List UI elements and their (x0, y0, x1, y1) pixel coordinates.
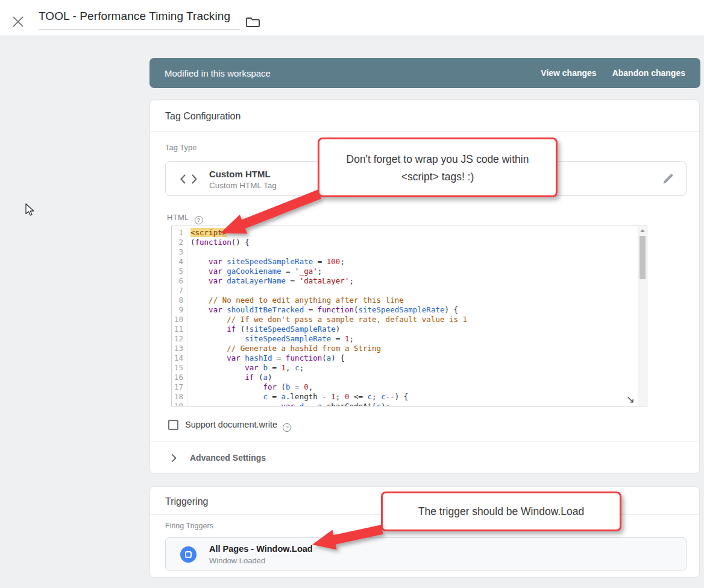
code-line: 14 var hashId = function(a) { (172, 353, 638, 363)
code-line: 3 (172, 247, 638, 257)
code-editor[interactable]: 1<script>2(function() {34 var siteSpeedS… (171, 226, 647, 406)
gtm-tag-editor-page: TOOL - Performance Timing Tracking Modif… (0, 0, 704, 588)
close-icon[interactable] (11, 15, 25, 28)
annotation-line: <script> tags! :) (319, 168, 556, 186)
abandon-changes-button[interactable]: Abandon changes (612, 68, 685, 78)
support-document-write-checkbox[interactable] (168, 420, 178, 430)
help-icon[interactable] (195, 216, 203, 224)
trigger-row[interactable]: All Pages - Window.Load Window Loaded (165, 537, 687, 571)
code-lines: 1<script>2(function() {34 var siteSpeedS… (172, 228, 638, 406)
chevron-right-icon (171, 454, 177, 463)
view-changes-button[interactable]: View changes (541, 68, 596, 78)
code-line: 17 for (b = 0, (172, 382, 638, 392)
code-line: 19 var d = a.charCodeAt(c); (172, 402, 638, 406)
trigger-type: Window Loaded (209, 556, 265, 565)
editor-scrollbar[interactable] (638, 226, 647, 406)
resize-handle-icon[interactable] (626, 393, 635, 406)
tag-name-underline (39, 30, 240, 30)
tag-type-name: Custom HTML (209, 169, 271, 179)
annotation-script-note: Don't forget to wrap you JS code within … (318, 138, 558, 197)
support-document-write-label: Support document.write (185, 420, 291, 432)
code-brackets-icon (180, 174, 197, 186)
code-line: 13 // Generate a hashId from a String (172, 344, 638, 353)
code-line: 15 var b = 1, c; (172, 363, 638, 373)
code-line: 9 var shouldItBeTracked = function(siteS… (172, 305, 638, 315)
annotation-trigger-note: The trigger should be Window.Load (381, 492, 621, 531)
code-line: 16 if (a) (172, 373, 638, 382)
code-line: 8 // No need to edit anything after this… (172, 296, 638, 305)
firing-triggers-label: Firing Triggers (165, 522, 213, 530)
code-line: 2(function() { (172, 238, 638, 247)
advanced-settings-label: Advanced Settings (190, 453, 266, 463)
code-line: 10 // If we don't pass a sample rate, de… (172, 315, 638, 324)
code-line: 12 siteSpeedSampleRate = 1; (172, 334, 638, 344)
code-line: 6 var dataLayerName = 'dataLayer'; (172, 276, 638, 286)
folder-icon[interactable] (246, 16, 260, 28)
tag-type-description: Custom HTML Tag (209, 181, 277, 190)
code-line: 18 c = a.length - 1; 0 <= c; c--) { (172, 392, 638, 402)
code-line: 4 var siteSpeedSampleRate = 100; (172, 257, 638, 267)
scrollbar-thumb[interactable] (640, 236, 646, 279)
workspace-banner: Modified in this workspace View changes … (149, 58, 700, 88)
tag-name-field[interactable]: TOOL - Performance Timing Tracking (39, 10, 230, 23)
divider (150, 441, 699, 441)
tag-configuration-title: Tag Configuration (165, 111, 240, 122)
triggering-title: Triggering (165, 496, 208, 507)
annotation-line: Don't forget to wrap you JS code within (319, 151, 556, 168)
header: TOOL - Performance Timing Tracking (0, 0, 704, 36)
banner-message: Modified in this workspace (165, 68, 271, 78)
advanced-settings-row[interactable]: Advanced Settings (171, 452, 266, 464)
code-line: 11 if (!siteSpeedSampleRate) (172, 324, 638, 334)
trigger-name: All Pages - Window.Load (209, 544, 313, 554)
code-line: 5 var gaCookiename = '_ga'; (172, 267, 638, 276)
window-loaded-trigger-icon (180, 546, 196, 563)
edit-pencil-icon[interactable] (662, 173, 674, 185)
mouse-cursor (25, 203, 35, 217)
tag-type-label: Tag Type (165, 143, 197, 152)
divider (150, 131, 699, 132)
code-line: 1<script> (172, 228, 638, 238)
help-icon[interactable] (283, 423, 291, 432)
html-field-label: HTML (167, 213, 203, 224)
code-line: 7 (172, 286, 638, 296)
scrollbar-up-arrow-icon[interactable] (640, 229, 645, 232)
